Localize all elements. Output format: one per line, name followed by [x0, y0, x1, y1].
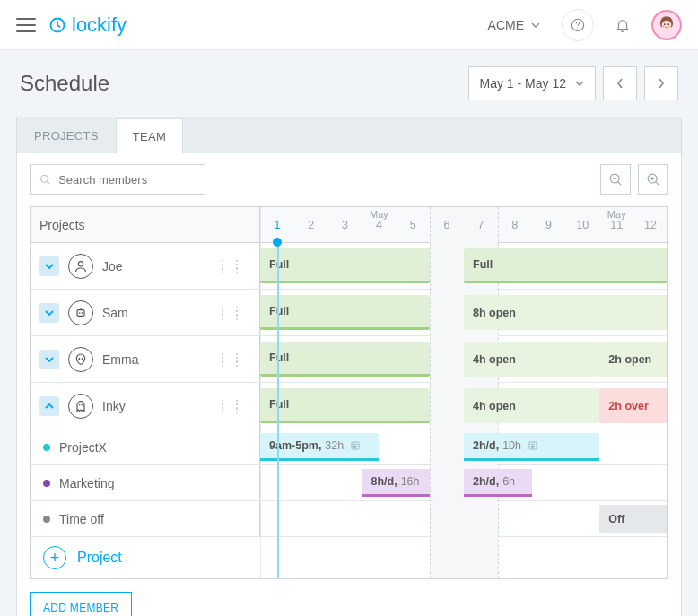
date-header: May May 1 2 3 4 5 6 7 8 9 10 11 12 — [260, 207, 667, 242]
collapse-toggle[interactable] — [39, 396, 59, 416]
schedule-bar[interactable]: Full — [464, 248, 667, 283]
search-input-wrap — [30, 164, 205, 195]
project-color-dot — [43, 480, 50, 487]
schedule-bar[interactable]: 4h open — [464, 388, 599, 423]
svg-point-14 — [81, 312, 83, 314]
drag-handle[interactable]: ⋮⋮⋮⋮ — [216, 403, 245, 410]
robot-icon — [68, 300, 93, 325]
svg-rect-12 — [77, 309, 84, 316]
day-col: 3 — [328, 207, 362, 242]
today-indicator — [273, 238, 282, 247]
add-member-button[interactable]: ADD MEMBER — [30, 592, 132, 616]
member-name: Inky — [102, 399, 126, 413]
help-button[interactable] — [562, 9, 594, 41]
day-col: 12 — [633, 207, 667, 242]
tab-projects[interactable]: PROJECTS — [17, 117, 116, 153]
day-col: 5 — [396, 207, 430, 242]
chevron-down-icon — [45, 310, 54, 316]
zoom-in-button[interactable] — [638, 164, 668, 195]
note-icon — [527, 439, 539, 452]
assignment-bar[interactable]: 2h/d, 10h — [464, 433, 599, 461]
bell-icon — [615, 17, 631, 33]
svg-point-5 — [667, 23, 669, 25]
plus-icon: + — [43, 546, 66, 569]
chevron-right-icon — [658, 78, 665, 89]
schedule-bar[interactable]: Full — [260, 295, 430, 330]
member-name: Sam — [102, 306, 128, 320]
person-icon — [68, 254, 93, 279]
svg-point-18 — [82, 403, 83, 405]
member-name: Joe — [102, 259, 123, 273]
zoom-out-icon — [608, 172, 624, 187]
assignment-bar[interactable]: Off — [599, 505, 667, 533]
date-range-picker[interactable]: May 1 - May 12 — [468, 66, 596, 100]
drag-handle[interactable]: ⋮⋮⋮⋮ — [216, 263, 245, 270]
day-col: 10 — [565, 207, 599, 242]
user-avatar[interactable] — [651, 10, 682, 40]
grid-corner-label: Projects — [31, 207, 260, 242]
today-line — [277, 243, 279, 578]
svg-point-4 — [664, 23, 666, 25]
logo[interactable]: lockify — [48, 13, 127, 37]
project-color-dot — [43, 444, 50, 451]
svg-point-7 — [668, 25, 670, 27]
day-col: 4 — [362, 207, 396, 242]
schedule-bar[interactable]: Full — [260, 342, 430, 377]
schedule-bar[interactable]: 2h open — [599, 342, 667, 377]
clock-icon — [48, 16, 66, 34]
add-project-label: Project — [77, 550, 122, 566]
expand-toggle[interactable] — [39, 303, 59, 323]
expand-toggle[interactable] — [39, 256, 59, 276]
day-col: 6 — [430, 207, 464, 242]
assignment-label: ProjectX — [59, 440, 107, 455]
schedule-bar[interactable]: 4h open — [464, 342, 599, 377]
project-color-dot — [43, 516, 50, 523]
svg-point-13 — [79, 312, 81, 314]
notifications-button[interactable] — [606, 9, 639, 41]
svg-point-16 — [82, 358, 83, 360]
next-range-button[interactable] — [644, 66, 678, 100]
schedule-bar[interactable]: Full — [260, 388, 430, 423]
drag-handle[interactable]: ⋮⋮⋮⋮ — [216, 356, 245, 363]
expand-toggle[interactable] — [39, 350, 59, 369]
workspace-switcher[interactable]: ACME — [479, 13, 549, 38]
schedule-bar[interactable]: 2h over — [599, 388, 667, 423]
day-col: 2 — [294, 207, 328, 242]
alien-icon — [68, 347, 93, 372]
note-icon — [349, 439, 362, 452]
avatar-icon — [653, 12, 680, 39]
svg-point-8 — [41, 175, 48, 182]
chevron-down-icon — [575, 81, 584, 86]
chevron-up-icon — [45, 403, 54, 409]
workspace-name: ACME — [488, 18, 524, 32]
schedule-bar[interactable]: Full — [260, 248, 430, 283]
day-col: 11 — [599, 207, 633, 242]
menu-icon[interactable] — [16, 18, 36, 32]
svg-point-15 — [78, 358, 80, 360]
tab-team[interactable]: TEAM — [116, 118, 183, 154]
assignment-bar[interactable]: 8h/d, 16h — [362, 469, 431, 497]
chevron-left-icon — [616, 78, 624, 89]
assignment-label: Time off — [59, 512, 104, 526]
assignment-label: Marketing — [59, 476, 114, 490]
chevron-down-icon — [45, 264, 54, 269]
page-title: Schedule — [20, 71, 109, 96]
svg-point-6 — [662, 25, 664, 27]
help-icon — [571, 18, 585, 32]
day-col: 8 — [498, 207, 532, 242]
day-col: 7 — [464, 207, 498, 242]
svg-point-11 — [78, 261, 83, 265]
svg-point-3 — [662, 20, 672, 30]
search-input[interactable] — [58, 173, 196, 187]
add-project-button[interactable]: + Project — [31, 537, 667, 578]
schedule-bar[interactable]: 8h open — [464, 295, 667, 330]
svg-point-17 — [79, 403, 81, 405]
chevron-down-icon — [45, 357, 54, 362]
drag-handle[interactable]: ⋮⋮⋮⋮ — [216, 309, 245, 317]
prev-range-button[interactable] — [603, 66, 637, 100]
date-range-label: May 1 - May 12 — [480, 76, 566, 91]
assignment-bar[interactable]: 2h/d, 6h — [464, 469, 532, 497]
ghost-icon — [68, 394, 93, 419]
tabs: PROJECTS TEAM — [17, 117, 681, 153]
zoom-out-button[interactable] — [600, 164, 631, 195]
